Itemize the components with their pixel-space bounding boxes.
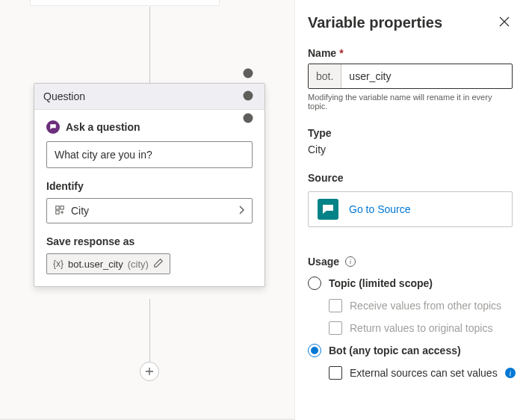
question-input[interactable]: What city are you in?: [46, 141, 253, 168]
svg-point-2: [244, 113, 253, 123]
required-asterisk: *: [339, 47, 343, 59]
svg-point-1: [244, 90, 253, 100]
svg-rect-3: [56, 206, 59, 209]
edit-icon[interactable]: [153, 258, 164, 271]
variable-chip-type: (city): [128, 259, 149, 270]
variable-chip-name: bot.user_city: [68, 259, 123, 270]
source-link-text: Go to Source: [349, 203, 411, 215]
external-sources-checkbox[interactable]: External sources can set values i: [329, 366, 513, 380]
usage-radio-bot[interactable]: Bot (any topic can access): [308, 344, 513, 357]
prev-node-stub: [30, 0, 220, 6]
identify-select[interactable]: City: [46, 198, 253, 223]
canvas-area: Question Ask a question What city are yo…: [0, 0, 295, 420]
entity-icon: [55, 205, 65, 217]
name-field-label: Name*: [308, 47, 513, 59]
usage-radio-topic[interactable]: Topic (limited scope): [308, 277, 513, 290]
checkbox-disabled: [329, 299, 342, 312]
go-to-source-button[interactable]: Go to Source: [308, 191, 513, 227]
chevron-right-icon: [238, 205, 244, 217]
card-header: Question: [34, 84, 264, 110]
connector-line-bottom: [149, 299, 150, 362]
type-label: Type: [308, 127, 513, 139]
info-solid-icon[interactable]: i: [505, 368, 516, 378]
usage-label: Usage: [308, 256, 339, 268]
source-label: Source: [308, 172, 513, 184]
svg-rect-5: [56, 210, 59, 213]
info-icon[interactable]: i: [345, 256, 356, 267]
variable-brace-icon: {x}: [53, 259, 64, 269]
receive-values-checkbox: Receive values from other topics: [329, 299, 513, 312]
external-option-label: External sources can set values: [350, 367, 498, 379]
more-menu-icon[interactable]: [241, 66, 256, 128]
svg-point-0: [244, 68, 253, 78]
panel-title: Variable properties: [308, 14, 442, 31]
card-header-title: Question: [43, 90, 241, 102]
identify-value: City: [71, 205, 238, 217]
connector-line-top: [149, 7, 150, 83]
identify-label: Identify: [46, 180, 253, 192]
receive-option-label: Receive values from other topics: [350, 300, 501, 312]
return-values-checkbox: Return values to original topics: [329, 321, 513, 335]
question-card[interactable]: Question Ask a question What city are yo…: [34, 83, 265, 287]
name-helper-text: Modifying the variable name will rename …: [308, 93, 513, 111]
checkbox-unchecked[interactable]: [329, 366, 342, 380]
svg-rect-4: [61, 206, 64, 209]
variable-chip[interactable]: {x} bot.user_city (city): [46, 253, 170, 274]
svg-rect-6: [324, 207, 332, 208]
radio-selected: [308, 344, 321, 357]
return-option-label: Return values to original topics: [350, 322, 492, 334]
close-panel-button[interactable]: [496, 13, 513, 32]
name-input-group[interactable]: bot. user_city: [308, 64, 513, 89]
name-prefix: bot.: [309, 64, 341, 88]
ask-question-text: Ask a question: [66, 121, 140, 133]
source-chat-icon: [318, 199, 338, 220]
add-node-button[interactable]: [140, 362, 159, 381]
variable-properties-panel: Variable properties Name* bot. user_city…: [296, 0, 529, 420]
save-response-label: Save response as: [46, 235, 253, 247]
radio-unselected: [308, 277, 321, 290]
question-input-value: What city are you in?: [55, 149, 152, 161]
chat-icon: [46, 120, 60, 134]
type-value: City: [308, 143, 513, 155]
topic-option-label: Topic (limited scope): [329, 277, 433, 289]
name-input[interactable]: user_city: [341, 64, 512, 88]
ask-question-label: Ask a question: [46, 120, 253, 134]
checkbox-disabled: [329, 321, 342, 335]
bot-option-label: Bot (any topic can access): [329, 345, 461, 356]
svg-rect-7: [324, 209, 330, 209]
